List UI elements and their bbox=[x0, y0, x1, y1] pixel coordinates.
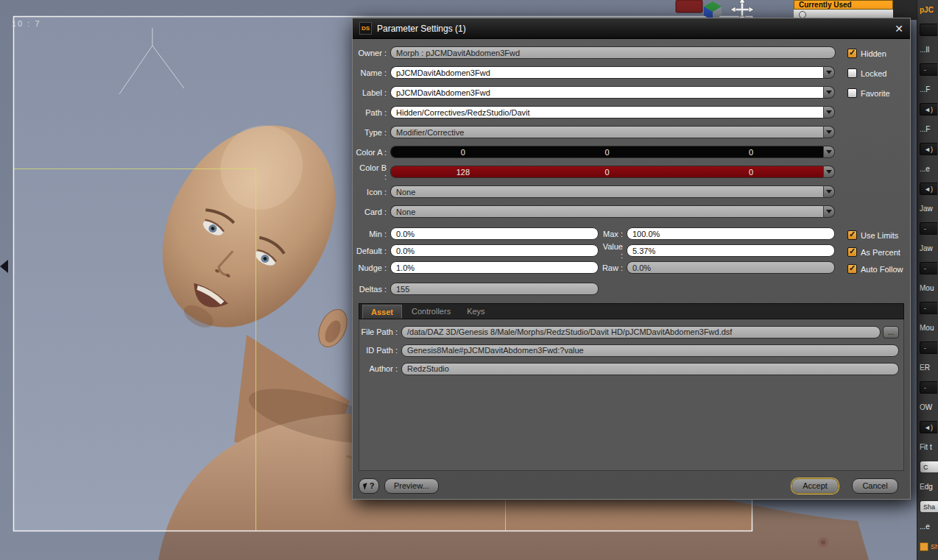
locked-checkbox[interactable]: Locked bbox=[847, 66, 890, 80]
color-a-label: Color A : bbox=[356, 148, 387, 157]
param-button[interactable]: C bbox=[917, 457, 938, 477]
param-slider[interactable]: - bbox=[917, 219, 938, 238]
type-dropdown-button[interactable] bbox=[823, 126, 835, 138]
id-path-field: Genesis8Male#pJCMDavitAbdomen3Fwd:?value bbox=[401, 344, 899, 357]
icon-label: Icon : bbox=[356, 188, 387, 196]
show-sub-items-checkbox[interactable]: Show bbox=[917, 536, 938, 556]
mute-speaker-icon[interactable]: ◄) bbox=[920, 421, 937, 433]
auto-follow-checkbox[interactable]: Auto Follow bbox=[847, 262, 903, 276]
hidden-checkbox[interactable]: Hidden bbox=[847, 46, 890, 60]
nudge-field[interactable]: 1.0% bbox=[390, 261, 599, 274]
favorite-checkbox-box[interactable] bbox=[847, 88, 857, 98]
min-field[interactable]: 0.0% bbox=[390, 227, 599, 240]
param-button-face[interactable]: C bbox=[920, 461, 938, 473]
mute-speaker-icon[interactable]: ◄) bbox=[920, 103, 937, 116]
mute-speaker-icon[interactable]: ◄) bbox=[920, 143, 937, 155]
favorite-checkbox[interactable]: Favorite bbox=[847, 86, 890, 100]
value-field[interactable]: 5.37% bbox=[627, 244, 835, 257]
whats-this-button[interactable]: ? bbox=[359, 478, 379, 494]
as-percent-checkbox-box[interactable] bbox=[847, 247, 857, 257]
param-label: ...e bbox=[917, 159, 938, 179]
accept-button[interactable]: Accept bbox=[791, 478, 839, 494]
slider-bar[interactable]: - bbox=[920, 63, 937, 76]
tab-keys[interactable]: Keys bbox=[459, 304, 493, 319]
slider-bar[interactable] bbox=[920, 24, 937, 36]
as-percent-checkbox[interactable]: As Percent bbox=[847, 245, 903, 259]
slider-bar[interactable]: - bbox=[920, 222, 937, 235]
limit-checkboxes: Use Limits As Percent Auto Follow bbox=[847, 228, 903, 279]
file-path-label: File Path : bbox=[361, 327, 398, 336]
param-slider[interactable]: ◄) bbox=[917, 139, 938, 159]
right-panel-items: pJC...Il-...F◄)...F◄)...e◄)Jaw-Jaw-Mou-M… bbox=[917, 0, 938, 556]
color-b-field[interactable]: 128 0 0 bbox=[390, 166, 823, 178]
color-a-green[interactable]: 0 bbox=[535, 148, 680, 157]
slider-bar[interactable]: - bbox=[920, 341, 937, 354]
param-slider[interactable] bbox=[917, 20, 938, 40]
icon-dropdown-button[interactable] bbox=[823, 185, 835, 198]
param-label: Mou bbox=[917, 278, 938, 298]
param-slider[interactable]: ◄) bbox=[917, 179, 938, 199]
param-slider[interactable]: ◄) bbox=[917, 417, 938, 437]
default-label: Default : bbox=[356, 247, 387, 255]
slider-bar[interactable]: - bbox=[920, 381, 937, 394]
checkbox-icon[interactable] bbox=[920, 542, 928, 551]
mute-speaker-icon[interactable]: ◄) bbox=[920, 182, 937, 195]
color-a-blue[interactable]: 0 bbox=[679, 148, 823, 157]
hidden-checkbox-box[interactable] bbox=[847, 49, 857, 58]
use-limits-checkbox-box[interactable] bbox=[847, 230, 857, 240]
color-b-green[interactable]: 0 bbox=[535, 168, 680, 177]
auto-follow-checkbox-box[interactable] bbox=[847, 264, 857, 274]
currently-used-panel: Currently Used bbox=[794, 0, 893, 19]
slider-bar[interactable]: - bbox=[920, 262, 937, 274]
max-label: Max : bbox=[599, 230, 623, 238]
param-button[interactable]: Sha bbox=[917, 497, 938, 517]
use-limits-checkbox[interactable]: Use Limits bbox=[847, 228, 903, 242]
param-slider[interactable]: - bbox=[917, 258, 938, 278]
param-slider[interactable]: ◄) bbox=[917, 99, 938, 119]
color-b-red[interactable]: 128 bbox=[391, 168, 535, 177]
param-label: Mou bbox=[917, 318, 938, 338]
path-field[interactable]: Hidden/Correctives/RedzStudio/Davit bbox=[390, 106, 823, 118]
color-a-dropdown-button[interactable] bbox=[823, 146, 835, 158]
panel-collapse-arrow-icon[interactable] bbox=[0, 260, 8, 273]
currently-used-header[interactable]: Currently Used bbox=[794, 0, 893, 10]
param-slider[interactable]: - bbox=[917, 60, 938, 79]
max-field[interactable]: 100.0% bbox=[627, 227, 835, 240]
close-icon[interactable]: ✕ bbox=[895, 24, 903, 34]
color-b-dropdown-button[interactable] bbox=[823, 166, 835, 178]
default-field[interactable]: 0.0% bbox=[390, 244, 599, 257]
label-field[interactable]: pJCMDavitAbdomen3Fwd bbox=[390, 86, 823, 99]
param-slider[interactable]: - bbox=[917, 298, 938, 318]
param-button-face[interactable]: Sha bbox=[920, 500, 938, 513]
name-dropdown-button[interactable] bbox=[823, 66, 835, 79]
tab-controllers[interactable]: Controllers bbox=[403, 304, 459, 319]
browse-button[interactable]: ... bbox=[883, 326, 899, 339]
radio-icon[interactable] bbox=[799, 11, 806, 18]
type-label: Type : bbox=[356, 128, 387, 137]
color-b-blue[interactable]: 0 bbox=[679, 168, 823, 177]
name-field[interactable]: pJCMDavitAbdomen3Fwd bbox=[390, 66, 823, 79]
locked-checkbox-box[interactable] bbox=[847, 68, 857, 78]
aspect-ratio-label: 10 : 7 bbox=[12, 19, 41, 28]
raw-label: Raw : bbox=[599, 263, 623, 272]
card-label: Card : bbox=[356, 208, 387, 216]
card-dropdown-button[interactable] bbox=[823, 205, 835, 218]
param-label: ...e bbox=[917, 517, 938, 536]
param-slider[interactable]: - bbox=[917, 338, 938, 358]
color-a-field[interactable]: 0 0 0 bbox=[390, 146, 823, 158]
owner-field: Morph : pJCMDavitAbdomen3Fwd bbox=[390, 46, 836, 59]
dialog-titlebar[interactable]: DS Parameter Settings (1) ✕ bbox=[353, 18, 910, 39]
color-a-red[interactable]: 0 bbox=[391, 148, 535, 157]
param-label: Jaw bbox=[917, 238, 938, 258]
tab-asset[interactable]: Asset bbox=[362, 305, 402, 319]
param-label: Edg bbox=[917, 477, 938, 497]
slider-bar[interactable]: - bbox=[920, 302, 937, 314]
cancel-button[interactable]: Cancel bbox=[852, 478, 898, 494]
label-dropdown-button[interactable] bbox=[823, 86, 835, 99]
param-label: ...F bbox=[917, 79, 938, 99]
parameters-sidebar[interactable]: pJC...Il-...F◄)...F◄)...e◄)Jaw-Jaw-Mou-M… bbox=[917, 0, 938, 560]
preview-button[interactable]: Preview... bbox=[384, 478, 439, 494]
daz-studio-icon: DS bbox=[359, 22, 372, 35]
param-slider[interactable]: - bbox=[917, 378, 938, 397]
path-dropdown-button[interactable] bbox=[823, 106, 835, 118]
